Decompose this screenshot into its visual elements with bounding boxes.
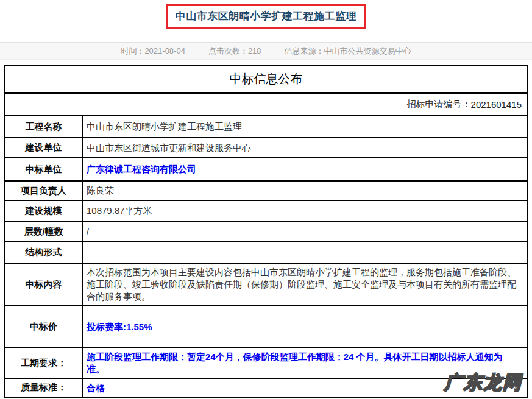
meta-source-value: 中山市公共资源交易中心 bbox=[324, 46, 411, 55]
application-number-row: 招标申请编号：2021601415 bbox=[5, 92, 527, 115]
row-value-bid-price: 投标费率:1.55% bbox=[83, 306, 527, 347]
row-label-bid-price: 中标价 bbox=[5, 306, 83, 347]
bid-info-table: 中标信息公布 招标申请编号：2021601415 工程名称 中山市东区朗晴小学扩… bbox=[4, 65, 528, 398]
table-row: 中标内容 本次招标范围为本项目主要建设内容包括中山市东区朗晴小学扩建工程的监理，… bbox=[5, 263, 527, 305]
table-row: 中标单位 广东律诚工程咨询有限公司 bbox=[5, 157, 527, 180]
meta-clicks-value: 218 bbox=[248, 46, 261, 55]
row-label-floors: 层数/幢数 bbox=[5, 222, 83, 241]
row-value-construction-scale: 10879.87平方米 bbox=[83, 201, 527, 221]
meta-clicks-label: 点击次数： bbox=[208, 46, 248, 55]
winning-bidder-link[interactable]: 广东律诚工程咨询有限公司 bbox=[83, 158, 527, 180]
row-label-bid-content: 中标内容 bbox=[5, 264, 83, 305]
table-row: 层数/幢数 / bbox=[5, 221, 527, 241]
table-row: 建设规模 10879.87平方米 bbox=[5, 200, 527, 221]
row-value-structure-type bbox=[83, 242, 527, 263]
meta-source: 信息来源：中山市公共资源交易中心 bbox=[285, 46, 411, 57]
row-value-project-name: 中山市东区朗晴小学扩建工程施工监理 bbox=[83, 116, 527, 137]
application-number-label: 招标申请编号： bbox=[407, 99, 471, 110]
table-row: 中标价 投标费率:1.55% bbox=[5, 305, 527, 347]
watermark-logo: 广东龙网 bbox=[444, 370, 522, 395]
table-row: 结构形式 bbox=[5, 241, 527, 263]
row-label-construction-unit: 建设单位 bbox=[5, 138, 83, 157]
meta-time-label: 时间： bbox=[121, 46, 144, 55]
table-title: 中标信息公布 bbox=[5, 66, 527, 92]
meta-source-label: 信息来源： bbox=[285, 46, 324, 55]
meta-time: 时间：2021-08-04 bbox=[121, 46, 185, 57]
meta-time-value: 2021-08-04 bbox=[144, 46, 185, 55]
meta-clicks: 点击次数：218 bbox=[208, 46, 261, 57]
table-row: 项目负责人 陈良荣 bbox=[5, 180, 527, 200]
row-label-project-manager: 项目负责人 bbox=[5, 182, 83, 200]
page-header: 中山市东区朗晴小学扩建工程施工监理 bbox=[0, 0, 532, 29]
row-label-construction-scale: 建设规模 bbox=[5, 201, 83, 221]
row-value-project-manager: 陈良荣 bbox=[83, 182, 527, 200]
row-value-floors: / bbox=[83, 222, 527, 241]
table-row: 建设单位 中山市东区街道城市更新和建设服务中心 bbox=[5, 137, 527, 157]
row-label-project-name: 工程名称 bbox=[5, 116, 83, 137]
row-label-structure-type: 结构形式 bbox=[5, 242, 83, 263]
row-label-quality-standard: 质量标准： bbox=[5, 379, 83, 397]
row-value-construction-unit: 中山市东区街道城市更新和建设服务中心 bbox=[83, 138, 527, 157]
row-value-bid-content: 本次招标范围为本项目主要建设内容包括中山市东区朗晴小学扩建工程的监理，服务期包括… bbox=[83, 264, 527, 305]
table-row: 工程名称 中山市东区朗晴小学扩建工程施工监理 bbox=[5, 115, 527, 137]
meta-bar: 时间：2021-08-04 点击次数：218 信息来源：中山市公共资源交易中心 bbox=[0, 42, 532, 60]
row-label-winning-bidder: 中标单位 bbox=[5, 158, 83, 180]
application-number-value: 2021601415 bbox=[471, 99, 522, 110]
page-title: 中山市东区朗晴小学扩建工程施工监理 bbox=[166, 4, 367, 29]
row-label-duration-requirement: 工期要求： bbox=[5, 348, 83, 378]
